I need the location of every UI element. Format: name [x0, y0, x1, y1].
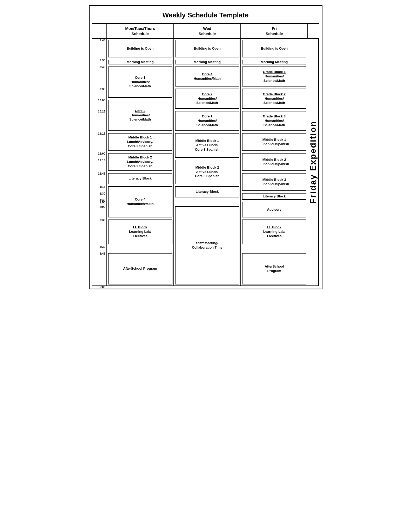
- c1-mb2-title: Middle Block 2: [128, 155, 152, 160]
- c1-ll-sub: Learning Lab/Electives: [129, 230, 151, 238]
- c3-mb3: Middle Block 3 Lunch/PE/Spanish: [242, 173, 306, 191]
- col2-events: Building is Open Morning Meeting Core 4 …: [173, 39, 240, 285]
- c3-morning-meeting-label: Morning Meeting: [261, 60, 288, 64]
- c2-literacy-label: Literacy Block: [196, 190, 219, 194]
- c3-mb2-title: Middle Block 2: [262, 158, 286, 162]
- c3-mb2: Middle Block 2 Lunch/PE/Spanish: [242, 153, 306, 171]
- c2-core4-sub: Humanities/Math: [194, 77, 221, 81]
- c3-mb2-sub: Lunch/PE/Spanish: [259, 162, 289, 167]
- c3-ll-sub: Learning Lab/Electives: [263, 230, 285, 238]
- c2-mb2: Middle Block 2 Active Lunch/Core 3 Spani…: [175, 160, 239, 184]
- c2-mb2-title: Middle Block 2: [195, 165, 219, 170]
- c1-mb1-title: Middle Block 1: [128, 135, 152, 140]
- time-labels-col: 7:45 8:30 8:45 9:35 10:00 10:25 11:15 12…: [92, 39, 106, 285]
- c3-gb3: Grade Block 3 Humanities/Science/Math: [242, 111, 306, 131]
- c3-literacy-label: Literacy Block: [263, 194, 286, 199]
- c1-mb2-sub: Lunch/Advisory/Core 3 Spanish: [127, 160, 153, 169]
- c2-core2-sub: Humanities/Science/Math: [196, 97, 218, 105]
- time-1000: 10:00: [98, 99, 105, 102]
- time-200: 2:00: [99, 205, 105, 208]
- col3-events: Building is Open Morning Meeting Grade B…: [240, 39, 307, 285]
- c3-gb1: Grade Block 1 Humanities/Science/Math: [242, 66, 306, 87]
- c3-afterschool: AfterSchoolProgram: [242, 253, 306, 284]
- c3-gb2: Grade Block 2 Humanities/Science/Math: [242, 89, 306, 109]
- c3-literacy: Literacy Block: [242, 193, 306, 200]
- c1-core4: Core 4 Humanities/Math: [108, 186, 172, 217]
- c2-mb2-sub: Active Lunch/Core 3 Spanish: [195, 170, 220, 179]
- time-845: 8:45: [99, 65, 105, 69]
- c3-mb1: Middle Block 1 Lunch/PE/Spanish: [242, 133, 306, 151]
- c1-afterschool-label: AfterSchool Program: [123, 267, 157, 271]
- c2-staff-label: Staff Meeting/Collaboration Time: [192, 241, 223, 250]
- c3-gb3-title: Grade Block 3: [263, 114, 286, 119]
- c1-ll: LL Block Learning Lab/Electives: [108, 220, 172, 244]
- c2-building-open-label: Building is Open: [194, 46, 220, 51]
- c2-core1-sub: Humanities/Science/Math: [196, 119, 218, 128]
- c3-gb1-sub: Humanities/Science/Math: [264, 74, 285, 83]
- time-500: 5:00: [99, 285, 105, 289]
- time-745: 7:45: [99, 39, 105, 42]
- c1-mb2: Middle Block 2 Lunch/Advisory/Core 3 Spa…: [108, 153, 172, 171]
- c1-building-open: Building is Open: [108, 40, 172, 57]
- c1-afterschool: AfterSchool Program: [108, 253, 172, 284]
- time-330: 3:30: [99, 245, 105, 248]
- c3-mb1-title: Middle Block 1: [262, 138, 286, 142]
- c1-core2: Core 2 Humanities/Science/Math: [108, 100, 172, 131]
- c2-morning-meeting-label: Morning Meeting: [194, 60, 221, 64]
- c3-mb3-title: Middle Block 3: [262, 178, 286, 182]
- time-1025: 10:25: [98, 110, 105, 113]
- c3-mb3-sub: Lunch/PE/Spanish: [259, 182, 289, 187]
- c1-literacy: Literacy Block: [108, 173, 172, 184]
- time-1245: 12:45: [98, 172, 105, 175]
- page-title: Weekly Schedule Template: [92, 9, 319, 23]
- time-230: 2:30: [99, 218, 105, 222]
- time-345: 3:45: [99, 252, 105, 255]
- c1-core1-title: Core 1: [135, 76, 145, 80]
- c1-core2-title: Core 2: [135, 109, 145, 113]
- c1-core2-sub: Humanities/Science/Math: [129, 113, 151, 122]
- c1-core4-sub: Humanities/Math: [127, 202, 154, 206]
- time-1215: 12:15: [98, 159, 105, 162]
- col1-header: Mon/Tues/ThursSchedule: [106, 24, 173, 39]
- time-115: 1:15: [99, 185, 105, 188]
- c1-core1-sub: Humanities/Science/Math: [129, 80, 151, 89]
- c1-morning-meeting-label: Morning Meeting: [127, 60, 154, 64]
- c3-building-open-label: Building is Open: [261, 46, 288, 51]
- c2-literacy: Literacy Block: [175, 186, 239, 197]
- c1-building-open-label: Building is Open: [127, 46, 153, 51]
- c2-core2-title: Core 2: [202, 92, 212, 97]
- c1-mb1-sub: Lunch/Advisory/Core 3 Spanish: [127, 140, 153, 149]
- c1-core4-title: Core 4: [135, 197, 145, 202]
- col3-header: FriSchedule: [240, 24, 307, 39]
- c2-core2: Core 2 Humanities/Science/Math: [175, 89, 239, 109]
- c3-ll: LL Block Learning Lab/Electives: [242, 220, 306, 244]
- c3-mb1-sub: Lunch/PE/Spanish: [259, 142, 289, 147]
- c2-mb1-sub: Active Lunch/Core 3 Spanish: [195, 143, 220, 152]
- c1-morning-meeting: Morning Meeting: [108, 60, 172, 64]
- c2-mb1-title: Middle Block 1: [195, 139, 219, 143]
- c2-core4-title: Core 4: [202, 72, 212, 77]
- c2-staff: Staff Meeting/Collaboration Time: [175, 206, 239, 284]
- c2-morning-meeting: Morning Meeting: [175, 60, 239, 64]
- c2-core1-title: Core 1: [202, 114, 212, 119]
- friday-expedition-label: Friday Expedition: [307, 39, 319, 285]
- col1-events: Building is Open Morning Meeting Core 1 …: [106, 39, 173, 285]
- c1-mb1: Middle Block 1 Lunch/Advisory/Core 3 Spa…: [108, 133, 172, 151]
- c3-gb1-title: Grade Block 1: [263, 70, 286, 74]
- c3-gb3-sub: Humanities/Science/Math: [264, 119, 285, 128]
- c3-afterschool-label: AfterSchoolProgram: [265, 264, 284, 273]
- time-130: 1:30: [99, 192, 105, 195]
- weekly-schedule-page: Weekly Schedule Template Mon/Tues/ThursS…: [89, 5, 322, 289]
- c2-building-open: Building is Open: [175, 40, 239, 57]
- c1-literacy-label: Literacy Block: [129, 176, 152, 181]
- c3-gb2-title: Grade Block 2: [263, 92, 286, 97]
- time-830: 8:30: [99, 59, 105, 62]
- time-1200: 12:00: [98, 152, 105, 155]
- c2-mb1: Middle Block 1 Active Lunch/Core 3 Spani…: [175, 133, 239, 158]
- time-935: 9:35: [99, 88, 105, 91]
- c3-morning-meeting: Morning Meeting: [242, 60, 306, 64]
- c3-ll-title: LL Block: [267, 225, 281, 230]
- c1-core1: Core 1 Humanities/Science/Math: [108, 66, 172, 98]
- c2-core1: Core 1 Humanities/Science/Math: [175, 111, 239, 131]
- c3-advisory: Advisory: [242, 202, 306, 217]
